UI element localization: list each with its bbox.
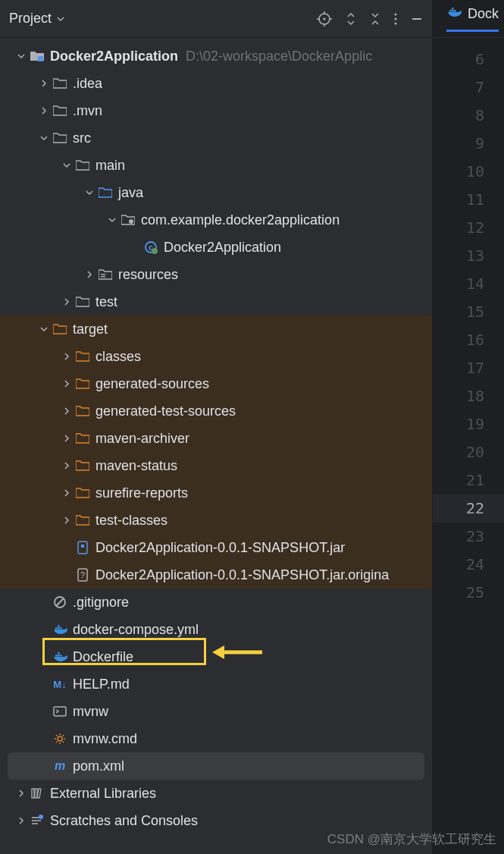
line-number[interactable]: 12	[433, 214, 504, 242]
tree-node-ext-libs[interactable]: External Libraries	[0, 780, 432, 807]
excluded-folder-icon	[74, 433, 91, 444]
chevron-right-icon[interactable]	[59, 516, 74, 524]
tree-node-gen-test-sources[interactable]: generated-test-sources	[0, 397, 432, 425]
tree-node-src[interactable]: src	[0, 124, 432, 152]
svg-point-32	[58, 736, 62, 741]
line-number[interactable]: 21	[433, 466, 504, 495]
chevron-down-icon[interactable]	[82, 189, 97, 196]
tree-node-target[interactable]: target	[0, 316, 432, 343]
line-number[interactable]: 19	[433, 410, 504, 438]
tree-node-mvnw[interactable]: mvnw	[0, 698, 432, 725]
collapse-icon[interactable]	[370, 12, 380, 26]
svg-rect-29	[60, 655, 62, 657]
target-icon[interactable]	[317, 11, 332, 27]
line-number[interactable]: 18	[433, 382, 504, 410]
line-number[interactable]: 6	[433, 46, 504, 74]
tree-node-docker-compose[interactable]: docker-compose.yml	[0, 616, 432, 643]
chevron-right-icon[interactable]	[36, 80, 52, 87]
line-number[interactable]: 24	[433, 551, 504, 579]
tree-node-maven-status[interactable]: maven-status	[0, 452, 432, 479]
line-number[interactable]: 14	[433, 270, 504, 298]
tab-label: Dock	[468, 6, 499, 22]
line-number[interactable]: 16	[433, 326, 504, 354]
tree-node-mvnw-cmd[interactable]: mvnw.cmd	[0, 725, 432, 752]
line-number[interactable]: 17	[433, 354, 504, 382]
editor-gutter[interactable]: 678910111213141516171819202122232425	[433, 38, 504, 614]
svg-rect-10	[38, 56, 43, 61]
chevron-right-icon[interactable]	[82, 271, 97, 278]
chevron-right-icon[interactable]	[59, 489, 74, 497]
svg-rect-31	[54, 707, 66, 716]
minimize-icon[interactable]	[411, 13, 423, 25]
svg-rect-30	[58, 652, 60, 655]
docker-icon	[52, 651, 68, 663]
chevron-right-icon[interactable]	[36, 107, 52, 115]
gear-icon	[52, 732, 68, 746]
tree-node-jar[interactable]: Docker2Application-0.0.1-SNAPSHOT.jar	[0, 534, 432, 561]
line-number[interactable]: 23	[433, 523, 504, 551]
editor-tab-dockerfile[interactable]: Dock	[446, 6, 499, 32]
line-number[interactable]: 10	[433, 158, 504, 186]
chevron-down-icon[interactable]	[36, 134, 52, 142]
svg-rect-42	[454, 10, 456, 12]
tree-node-gen-sources[interactable]: generated-sources	[0, 370, 432, 397]
tree-node-java[interactable]: java	[0, 179, 432, 206]
svg-rect-43	[452, 8, 454, 10]
line-number[interactable]: 8	[433, 102, 504, 130]
line-number[interactable]: 20	[433, 438, 504, 466]
tree-node-dockerfile[interactable]: Dockerfile	[0, 643, 432, 670]
chevron-down-icon[interactable]	[14, 52, 29, 60]
tree-node-classes[interactable]: classes	[0, 343, 432, 370]
chevron-down-icon[interactable]	[36, 325, 52, 333]
chevron-right-icon[interactable]	[59, 380, 74, 388]
chevron-right-icon[interactable]	[59, 462, 74, 469]
tree-node-main[interactable]: main	[0, 152, 432, 179]
excluded-folder-icon	[74, 406, 91, 416]
tree-node-test-classes[interactable]: test-classes	[0, 507, 432, 534]
tree-node-help-md[interactable]: M↓ HELP.md	[0, 670, 432, 698]
expand-icon[interactable]	[346, 12, 356, 26]
chevron-down-icon[interactable]	[59, 162, 74, 169]
maven-icon: m	[52, 759, 68, 773]
chevron-right-icon[interactable]	[59, 353, 74, 360]
tree-node-pom[interactable]: m pom.xml	[8, 752, 424, 780]
tree-node-surefire[interactable]: surefire-reports	[0, 479, 432, 507]
spring-class-icon: c	[142, 240, 159, 254]
tree-node-package[interactable]: com.example.docker2application	[0, 206, 432, 234]
line-number[interactable]: 7	[433, 74, 504, 102]
svg-rect-24	[58, 627, 60, 630]
tree-root[interactable]: Docker2Application D:\02-workspace\Docke…	[0, 42, 432, 70]
tree-node-idea[interactable]: .idea	[0, 70, 432, 97]
tree-node-maven-archiver[interactable]: maven-archiver	[0, 425, 432, 452]
svg-rect-28	[58, 655, 60, 657]
line-number[interactable]: 22	[433, 495, 504, 523]
excluded-folder-icon	[74, 488, 91, 498]
chevron-right-icon[interactable]	[59, 298, 74, 306]
line-number[interactable]: 11	[433, 186, 504, 214]
line-number[interactable]: 25	[433, 579, 504, 607]
line-number[interactable]: 13	[433, 242, 504, 270]
tree-node-test[interactable]: test	[0, 288, 432, 316]
chevron-right-icon[interactable]	[14, 817, 29, 824]
line-number[interactable]: 9	[433, 130, 504, 158]
svg-point-1	[324, 17, 326, 20]
tree-node-resources[interactable]: resources	[0, 261, 432, 288]
chevron-right-icon[interactable]	[59, 407, 74, 415]
folder-icon	[52, 78, 68, 89]
tree-node-gitignore[interactable]: .gitignore	[0, 589, 432, 616]
chevron-right-icon[interactable]	[14, 790, 29, 797]
chevron-down-icon[interactable]	[105, 216, 120, 224]
project-tree[interactable]: Docker2Application D:\02-workspace\Docke…	[0, 38, 432, 854]
line-number[interactable]: 15	[433, 298, 504, 326]
svg-rect-15	[101, 274, 105, 275]
tree-node-jar-orig[interactable]: ? Docker2Application-0.0.1-SNAPSHOT.jar.…	[0, 561, 432, 589]
svg-point-7	[395, 17, 397, 20]
more-icon[interactable]	[394, 12, 397, 26]
chevron-right-icon[interactable]	[59, 435, 74, 442]
resources-folder-icon	[97, 269, 114, 280]
markdown-icon: M↓	[52, 679, 68, 690]
tree-node-app-class[interactable]: c Docker2Application	[0, 234, 432, 261]
folder-icon	[74, 297, 91, 307]
panel-title-group[interactable]: Project	[9, 11, 65, 27]
tree-node-mvn[interactable]: .mvn	[0, 97, 432, 124]
